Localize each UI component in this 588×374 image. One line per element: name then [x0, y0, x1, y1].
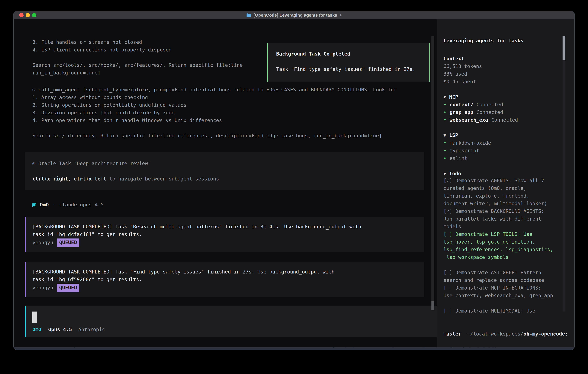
background-task-toast[interactable]: Background Task Completed Task "Find typ… — [267, 43, 430, 82]
tool-call-item: 2. String operations on potentially unde… — [32, 101, 397, 109]
todo-line-active: [ ] Demonstrate LSP TOOLS: Use — [443, 230, 532, 238]
mcp-item-name: websearch_exa — [450, 116, 488, 124]
mcp-item-status: Connected — [476, 108, 503, 116]
todo-line: librarian, explore, frontend, — [443, 192, 529, 200]
scrollback-line: 4. LSP client connections not properly d… — [32, 46, 243, 54]
todo-line: [ ] Demonstrate MULTIMODAL: Use — [443, 307, 535, 315]
oracle-shortcut: ctrl+x right, ctrl+x left — [32, 176, 106, 182]
task-line: task_id="bg_6f59260c" to get results. — [32, 276, 424, 283]
mcp-item-status: Connected — [476, 101, 503, 108]
agent-model: claude-opus-4-5 — [59, 201, 104, 208]
status-dot-icon: • — [443, 116, 446, 124]
status-dot-icon: • — [443, 155, 446, 162]
mcp-item-status: Connected — [491, 116, 518, 124]
lsp-section-header[interactable]: ▼ LSP — [443, 132, 458, 139]
toast-title: Background Task Completed — [276, 50, 423, 58]
scrollback-line: run_in_background=true] — [32, 69, 243, 77]
status-dot-icon: • — [443, 147, 446, 155]
workspace-path: ~/local-workspaces/oh-my-opencode: — [443, 322, 568, 345]
todo-line: [✓] Demonstrate BACKGROUND AGENTS: — [443, 208, 544, 215]
tool-call-item: 1. Array access without bounds checking — [32, 94, 397, 101]
mcp-item: • websearch_exa Connected — [443, 116, 518, 124]
session-progress-icon: ◑ — [339, 13, 342, 18]
sidebar-scrollbar-track[interactable] — [563, 36, 566, 312]
context-used: 33% used — [443, 70, 467, 78]
agent-square-icon: ▣ — [32, 201, 36, 208]
todo-heading: Todo — [449, 170, 461, 177]
tool-call-item: 4. Path operations that don't handle Win… — [32, 116, 397, 124]
chevron-down-icon: ▼ — [443, 132, 446, 139]
workspace-path-prefix: ~/local-workspaces/ — [467, 331, 524, 337]
background-task-message[interactable]: [BACKGROUND TASK COMPLETED] Task "Resear… — [25, 217, 424, 252]
input-provider-name: Anthropic — [78, 326, 105, 333]
todo-section-header[interactable]: ▼ Todo — [443, 170, 461, 177]
status-dot-icon: • — [443, 139, 446, 147]
workspace-repo: oh-my-opencode: — [524, 331, 568, 337]
status-badge: QUEUED — [57, 239, 79, 247]
traffic-lights — [19, 13, 36, 17]
prompt-input[interactable]: OmO Opus 4.5 Anthropic — [25, 306, 437, 337]
zoom-button[interactable] — [32, 13, 36, 17]
input-agent-name[interactable]: OmO — [32, 326, 41, 333]
task-line: task_id="bg_dcfac161" to get results. — [32, 230, 424, 238]
todo-line: Use context7, websearch_exa, grep_app — [443, 292, 553, 299]
window-title-text: [OpenCode] Leveraging agents for tasks — [253, 13, 337, 18]
tool-call-block: ⚙ call_omo_agent [subagent_type=explore,… — [32, 86, 397, 140]
chevron-down-icon: ▼ — [443, 170, 446, 177]
minimize-button[interactable] — [26, 13, 30, 17]
lsp-item-name: typescript — [450, 147, 479, 155]
todo-line: models — [443, 223, 461, 230]
todo-line: [ ] Demonstrate AST-GREP: Pattern — [443, 269, 541, 276]
mcp-item-name: grep_app — [450, 108, 473, 116]
todo-line: Run parallel tasks with different — [443, 215, 541, 223]
agent-name: OmO — [40, 201, 49, 208]
chat-scrollbar-track[interactable] — [431, 36, 434, 310]
mcp-section-header[interactable]: ▼ MCP — [443, 93, 458, 101]
todo-line: [✓] Demonstrate AGENTS: Show all 7 — [443, 177, 544, 184]
status-dot-icon: • — [443, 108, 446, 116]
tool-call-line: call_omo_agent [subagent_type=explore, p… — [38, 87, 397, 93]
lsp-item-name: markdown-oxide — [450, 139, 491, 147]
lsp-heading: LSP — [449, 132, 458, 139]
tool-call-tail: Search src/ directory. Return specific f… — [32, 132, 397, 140]
gear-icon: ⚙ — [32, 87, 35, 93]
toast-body: Task "Find type safety issues" finished … — [276, 65, 423, 73]
separator-dot: · — [52, 201, 55, 208]
session-sidebar: Leveraging agents for tasks Context 66,5… — [437, 19, 575, 347]
todo-line: document-writer, multimodal-looker) — [443, 200, 547, 208]
lsp-item: • eslint — [443, 155, 467, 162]
oracle-task-card[interactable]: ◎ Oracle Task "Deep architecture review"… — [25, 152, 424, 190]
bullseye-icon: ◎ — [32, 161, 35, 166]
chat-main: 3. File handles or streams not closed 4.… — [14, 19, 437, 347]
window-title: [OpenCode] Leveraging agents for tasks ◑ — [246, 13, 342, 18]
mcp-item: • context7 Connected — [443, 101, 503, 108]
mcp-item-name: context7 — [450, 101, 473, 108]
task-user: yeongyu — [32, 239, 53, 246]
task-user: yeongyu — [32, 284, 53, 291]
chevron-down-icon: ▼ — [443, 93, 446, 101]
scrollback-line: 3. File handles or streams not closed — [32, 38, 243, 46]
todo-line: search and replace across codebase — [443, 276, 544, 284]
close-button[interactable] — [19, 13, 24, 17]
context-tokens: 66,518 tokens — [443, 62, 482, 70]
mcp-item: • grep_app Connected — [443, 108, 503, 116]
todo-line-active: lsp_find_references, lsp_diagnostics, — [443, 246, 553, 253]
status-badge: QUEUED — [57, 284, 79, 292]
lsp-item-name: eslint — [450, 155, 467, 162]
folder-icon — [246, 13, 252, 17]
scrollback-block: 3. File handles or streams not closed 4.… — [32, 38, 243, 77]
oracle-hint: to navigate between subagent sessions — [106, 176, 219, 182]
chat-scrollbar-thumb[interactable] — [431, 301, 434, 310]
scrollback-line: Search src/tools/, src/hooks/, src/featu… — [32, 61, 243, 69]
input-model-name[interactable]: Opus 4.5 — [48, 326, 72, 333]
sidebar-scrollbar-thumb[interactable] — [563, 36, 566, 60]
context-heading: Context — [443, 55, 464, 62]
todo-line: curated agents (OmO, oracle, — [443, 184, 526, 192]
window-bottom-edge — [14, 347, 574, 350]
task-line: [BACKGROUND TASK COMPLETED] Task "Find t… — [32, 268, 424, 276]
session-title: Leveraging agents for tasks — [443, 37, 524, 44]
context-spent: $0.46 spent — [443, 78, 476, 85]
workspace-branch: master — [443, 330, 461, 338]
todo-line-active: lsp_hover, lsp_goto_definition, — [443, 238, 535, 246]
background-task-message[interactable]: [BACKGROUND TASK COMPLETED] Task "Find t… — [25, 262, 424, 297]
